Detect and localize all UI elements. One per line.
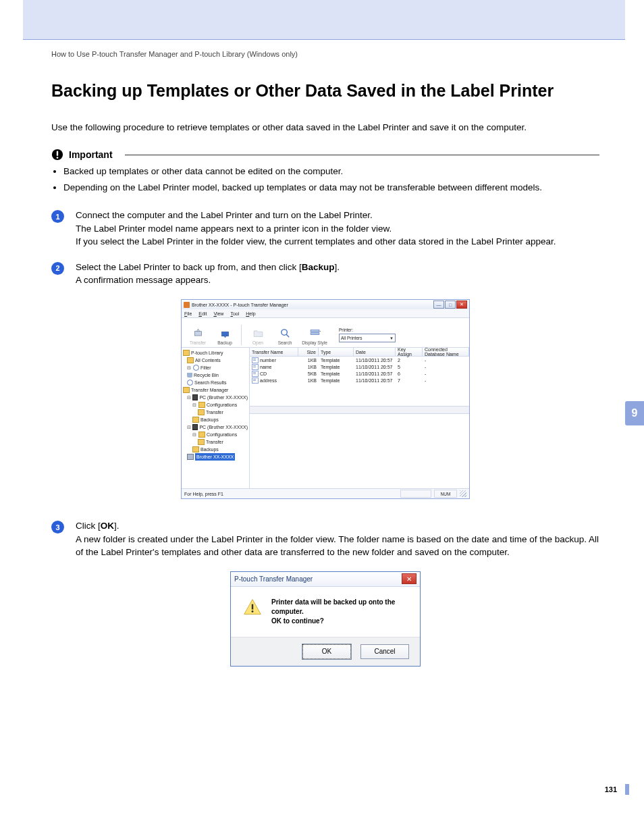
col-name[interactable]: Transfer Name [250, 348, 298, 356]
important-rule [125, 155, 599, 155]
tree-node[interactable]: Search Results [183, 379, 248, 386]
chevron-down-icon: ▼ [390, 336, 394, 340]
menu-file[interactable]: File [184, 311, 192, 316]
important-header: Important [51, 149, 599, 161]
open-icon [252, 328, 264, 339]
dialog-titlebar: P-touch Transfer Manager ✕ [231, 572, 420, 587]
col-key[interactable]: Key Assign [396, 348, 423, 356]
svg-line-6 [286, 334, 288, 337]
dialog-title: P-touch Transfer Manager [234, 575, 313, 583]
list-row[interactable]: number1KBTemplate11/10/2011 20:572- [250, 357, 469, 363]
close-button[interactable]: ✕ [456, 301, 467, 309]
chapter-tab: 9 [625, 401, 644, 425]
svg-rect-9 [252, 604, 253, 609]
app-window-screenshot: Brother XX-XXXX - P-touch Transfer Manag… [181, 299, 470, 499]
tree-node[interactable]: ⊟Configurations [183, 401, 248, 409]
folder-tree: P-touch Library All Contents ⊟Filter Rec… [182, 348, 250, 488]
step-number: 1 [51, 209, 65, 249]
preview-pane [250, 413, 469, 488]
transfer-icon [192, 328, 204, 339]
col-db[interactable]: Connected Database Name [423, 348, 469, 356]
step-body: Click [OK]. A new folder is created unde… [76, 519, 599, 559]
intro-paragraph: Use the following procedure to retrieve … [51, 121, 599, 134]
svg-rect-7 [311, 330, 319, 332]
confirmation-dialog: P-touch Transfer Manager ✕ Printer data … [230, 571, 421, 667]
tree-node[interactable]: Backups [183, 416, 248, 423]
status-text: For Help, press F1 [184, 492, 223, 496]
file-list: Transfer Name Size Type Date Key Assign … [250, 348, 469, 488]
cancel-button[interactable]: Cancel [360, 644, 409, 659]
search-icon [279, 328, 291, 339]
statusbar: For Help, press F1 NUM [182, 488, 469, 498]
important-bullet: Backed up templates or other data cannot… [63, 165, 599, 178]
col-size[interactable]: Size [298, 348, 319, 356]
page-number: 131 [605, 785, 617, 793]
header-band [23, 0, 625, 40]
step-body: Select the Label Printer to back up from… [76, 261, 599, 287]
tree-node-selected[interactable]: Brother XX-XXXX [183, 453, 248, 461]
ok-button[interactable]: OK [302, 644, 351, 659]
toolbar: Transfer Backup Open Search Display [182, 318, 469, 348]
page: How to Use P-touch Transfer Manager and … [0, 0, 644, 834]
list-row[interactable]: CD5KBTemplate11/10/2011 20:576- [250, 370, 469, 377]
exclamation-icon [51, 149, 63, 161]
tree-node[interactable]: P-touch Library [183, 349, 248, 357]
list-row[interactable]: address1KBTemplate11/10/2011 20:577- [250, 377, 469, 384]
tree-node[interactable]: ⊟Configurations [183, 431, 248, 438]
step: 1 Connect the computer and the Label Pri… [51, 209, 599, 249]
display-style-button[interactable]: Display Style [298, 321, 331, 345]
svg-rect-8 [311, 333, 319, 335]
menu-edit[interactable]: Edit [198, 311, 207, 316]
step: 3 Click [OK]. A new folder is created un… [51, 519, 599, 559]
list-row[interactable]: name1KBTemplate11/10/2011 20:575- [250, 363, 469, 370]
transfer-button[interactable]: Transfer [184, 321, 211, 345]
content: How to Use P-touch Transfer Manager and … [0, 50, 644, 667]
window-title: Brother XX-XXXX - P-touch Transfer Manag… [192, 303, 288, 307]
resize-grip-icon[interactable] [460, 490, 466, 497]
horizontal-scrollbar[interactable] [250, 406, 469, 413]
status-num: NUM [434, 490, 457, 498]
tree-node[interactable]: ⊟Filter [183, 364, 248, 371]
important-title: Important [69, 149, 113, 160]
status-cell [400, 490, 431, 498]
breadcrumb: How to Use P-touch Transfer Manager and … [51, 50, 599, 58]
svg-point-10 [252, 610, 254, 613]
tree-node[interactable]: Transfer [183, 438, 248, 446]
dialog-message: Printer data will be backed up onto the … [271, 598, 408, 626]
window-body: P-touch Library All Contents ⊟Filter Rec… [182, 348, 469, 488]
step-body: Connect the computer and the Label Print… [76, 209, 599, 249]
menu-help[interactable]: Help [246, 311, 255, 316]
dialog-buttons: OK Cancel [231, 637, 420, 666]
step-number: 3 [51, 519, 65, 559]
printer-selector: Printer: All Printers▼ [339, 325, 396, 345]
tree-node[interactable]: All Contents [183, 357, 248, 364]
menubar: File Edit View Tool Help [182, 309, 469, 318]
col-date[interactable]: Date [354, 348, 396, 356]
svg-rect-1 [57, 151, 58, 156]
app-icon [184, 302, 190, 308]
tree-node[interactable]: Backups [183, 446, 248, 453]
maximize-button[interactable]: □ [445, 301, 456, 309]
svg-rect-3 [194, 332, 201, 336]
search-button[interactable]: Search [271, 321, 298, 345]
menu-view[interactable]: View [213, 311, 223, 316]
printer-dropdown[interactable]: All Printers▼ [339, 334, 396, 342]
dialog-close-button[interactable]: ✕ [402, 573, 417, 584]
open-button[interactable]: Open [244, 321, 271, 345]
window-titlebar: Brother XX-XXXX - P-touch Transfer Manag… [182, 300, 469, 309]
tree-node[interactable]: Recycle Bin [183, 371, 248, 379]
page-number-accent [625, 784, 629, 795]
menu-tool[interactable]: Tool [230, 311, 239, 316]
tree-node[interactable]: ⊟PC (Brother XX-XXXX) [183, 423, 248, 431]
tree-node[interactable]: Transfer Manager [183, 386, 248, 394]
tree-node[interactable]: ⊟PC (Brother XX-XXXX) [183, 394, 248, 401]
col-type[interactable]: Type [319, 348, 354, 356]
backup-button[interactable]: Backup [211, 321, 238, 345]
list-header: Transfer Name Size Type Date Key Assign … [250, 348, 469, 357]
step: 2 Select the Label Printer to back up fr… [51, 261, 599, 287]
list-rows: number1KBTemplate11/10/2011 20:572- name… [250, 357, 469, 406]
minimize-button[interactable]: — [433, 301, 444, 309]
svg-point-2 [57, 157, 59, 159]
tree-node[interactable]: Transfer [183, 409, 248, 416]
display-style-icon [309, 328, 321, 339]
